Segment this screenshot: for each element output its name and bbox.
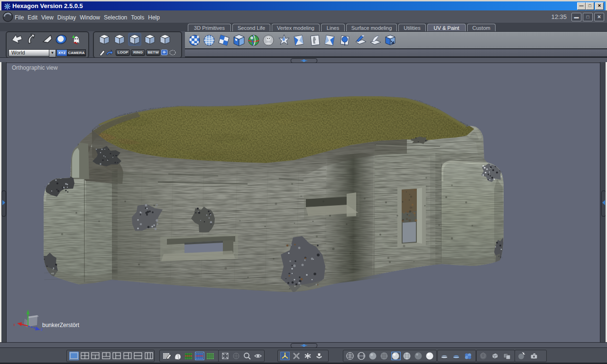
svg-text:x: x bbox=[13, 322, 16, 327]
